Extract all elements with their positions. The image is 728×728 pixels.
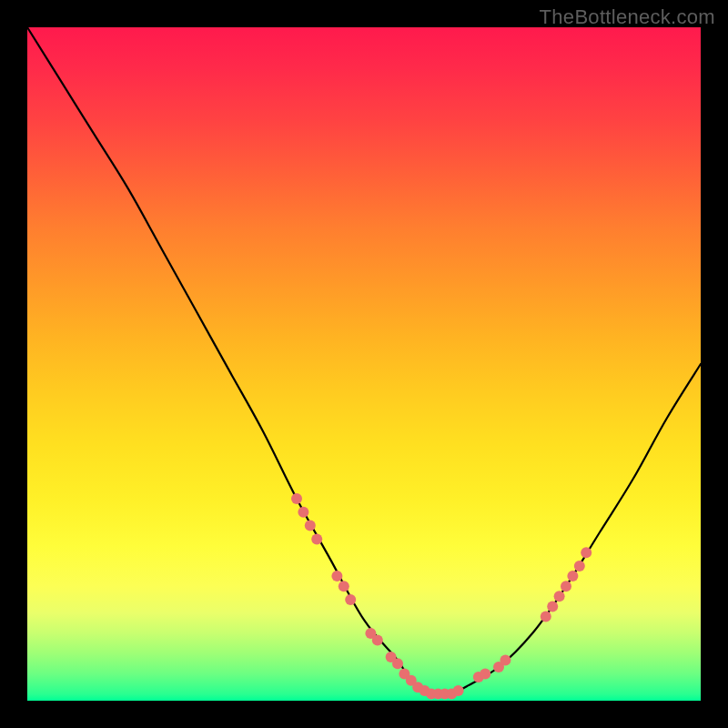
watermark-text: TheBottleneck.com	[540, 5, 715, 29]
curve-marker	[561, 581, 571, 592]
curve-markers	[291, 493, 592, 700]
chart-plot-area	[27, 27, 701, 701]
curve-marker	[581, 547, 592, 558]
curve-marker	[345, 594, 356, 605]
curve-marker	[298, 507, 308, 518]
curve-marker	[574, 561, 585, 571]
curve-marker	[541, 612, 551, 622]
curve-marker	[372, 634, 383, 645]
curve-marker	[311, 533, 322, 544]
curve-marker	[392, 658, 403, 669]
curve-marker	[500, 655, 511, 666]
curve-marker	[480, 668, 490, 679]
bottleneck-curve	[27, 27, 701, 695]
curve-marker	[554, 591, 565, 602]
curve-marker	[291, 493, 302, 504]
curve-marker	[305, 521, 316, 531]
curve-marker	[339, 581, 349, 592]
curve-marker	[453, 685, 464, 696]
chart-svg	[27, 27, 701, 701]
curve-marker	[331, 571, 342, 581]
curve-marker	[567, 571, 578, 581]
curve-marker	[547, 601, 558, 612]
